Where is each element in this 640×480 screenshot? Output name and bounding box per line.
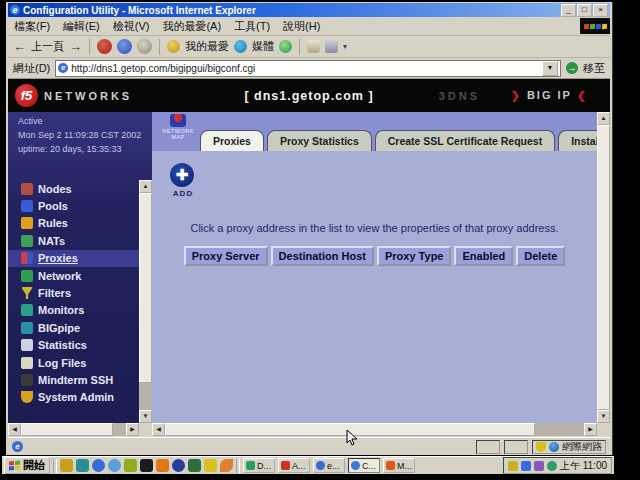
tray-app-icon[interactable]: [534, 461, 544, 471]
favorites-icon[interactable]: [167, 40, 180, 53]
taskbar-divider: [236, 459, 240, 473]
start-label: 開始: [23, 458, 45, 473]
back-button[interactable]: 上一頁: [31, 39, 64, 54]
sidebar-vertical-scrollbar[interactable]: ▲ ▼: [139, 180, 152, 423]
menu-tools[interactable]: 工具(T): [234, 19, 270, 34]
close-button[interactable]: ×: [593, 4, 608, 17]
quicklaunch-icon-11[interactable]: [220, 459, 233, 472]
menu-file[interactable]: 檔案(F): [14, 19, 50, 34]
tab-proxy-statistics[interactable]: Proxy Statistics: [267, 130, 372, 151]
scroll-right-icon[interactable]: ▶: [584, 423, 597, 436]
quicklaunch-icon-5[interactable]: [124, 459, 137, 472]
quicklaunch-icon-7[interactable]: [156, 459, 169, 472]
menu-favorites[interactable]: 我的最愛(A): [162, 19, 221, 34]
add-plus-icon[interactable]: ✚: [170, 163, 194, 187]
mail-icon[interactable]: [307, 40, 320, 53]
sidebar-item-rules[interactable]: Rules: [8, 215, 139, 232]
sidebar-item-statistics[interactable]: Statistics: [8, 337, 139, 354]
status-uptime: uptime: 20 days, 15:35:33: [18, 143, 152, 157]
taskbar-app-4-active[interactable]: C...: [348, 458, 380, 473]
app-icon: [351, 461, 360, 470]
taskbar-app-5[interactable]: M...: [383, 458, 415, 473]
scroll-down-icon[interactable]: ▼: [139, 410, 152, 423]
history-icon[interactable]: [279, 40, 292, 53]
main-horizontal-scrollbar[interactable]: ◀ ▶: [152, 423, 597, 436]
sidebar-item-nodes[interactable]: Nodes: [8, 180, 139, 197]
scroll-right-icon[interactable]: ▶: [126, 423, 139, 436]
quicklaunch-icon-8[interactable]: [172, 459, 185, 472]
tab-create-ssl-certificate-request[interactable]: Create SSL Certificate Request: [375, 130, 555, 151]
taskbar-app-1[interactable]: D...: [243, 458, 275, 473]
col-destination-host[interactable]: Destination Host: [271, 246, 374, 266]
title-bar[interactable]: e Configuration Utility - Microsoft Inte…: [8, 3, 610, 17]
tray-antivirus-icon[interactable]: [547, 461, 557, 471]
col-enabled[interactable]: Enabled: [454, 246, 513, 266]
sidebar-item-filters[interactable]: Filters: [8, 284, 139, 301]
sidebar-item-system-admin[interactable]: System Admin: [8, 389, 139, 406]
scroll-down-icon[interactable]: ▼: [597, 410, 610, 423]
scroll-up-icon[interactable]: ▲: [139, 180, 152, 193]
quicklaunch-icon-9[interactable]: [188, 459, 201, 472]
scroll-up-icon[interactable]: ▲: [597, 112, 610, 125]
scroll-thumb[interactable]: [21, 423, 113, 436]
print-icon[interactable]: [325, 40, 338, 53]
go-button[interactable]: 移至: [583, 61, 605, 76]
address-label: 網址(D): [13, 61, 50, 76]
toolbar-more-chevron-icon[interactable]: ▾: [343, 42, 347, 51]
address-input[interactable]: e http://dns1.getop.com/bigipgui/bigconf…: [55, 60, 561, 77]
taskbar-app-2[interactable]: A...: [278, 458, 310, 473]
add-proxy-control[interactable]: ✚ ADD: [170, 163, 196, 198]
go-icon[interactable]: →: [566, 62, 578, 74]
tab-proxies[interactable]: Proxies: [200, 130, 264, 151]
tray-volume-icon[interactable]: [508, 461, 518, 471]
sidebar-horizontal-scrollbar[interactable]: ◀ ▶: [8, 423, 139, 436]
sidebar-item-monitors[interactable]: Monitors: [8, 302, 139, 319]
sidebar-item-log-files[interactable]: Log Files: [8, 354, 139, 371]
scroll-left-icon[interactable]: ◀: [152, 423, 165, 436]
scroll-thumb[interactable]: [139, 193, 152, 383]
quicklaunch-icon-1[interactable]: [60, 459, 73, 472]
col-delete[interactable]: Delete: [516, 246, 565, 266]
tray-network-icon[interactable]: [521, 461, 531, 471]
sidebar-item-mindterm-ssh[interactable]: Mindterm SSH: [8, 371, 139, 388]
menu-edit[interactable]: 編輯(E): [63, 19, 100, 34]
forward-icon[interactable]: →: [69, 39, 82, 54]
menu-view[interactable]: 檢視(V): [113, 19, 150, 34]
quicklaunch-icon-6[interactable]: [140, 459, 153, 472]
minimize-button[interactable]: _: [561, 4, 576, 17]
tab-install-ssl-certificate[interactable]: Install SSL Certif: [558, 130, 597, 151]
menu-help[interactable]: 說明(H): [283, 19, 320, 34]
taskbar-app-3[interactable]: e...: [313, 458, 345, 473]
sidebar-item-proxies[interactable]: Proxies: [8, 250, 139, 267]
media-icon[interactable]: [234, 40, 247, 53]
quicklaunch-icon-3[interactable]: [92, 459, 105, 472]
main-vertical-scrollbar[interactable]: ▲ ▼: [597, 112, 610, 423]
home-icon[interactable]: [137, 39, 152, 54]
status-page-icon: e: [12, 441, 23, 452]
quicklaunch-icon-10[interactable]: [204, 459, 217, 472]
sidebar-item-pools[interactable]: Pools: [8, 197, 139, 214]
maximize-button[interactable]: □: [577, 4, 592, 17]
sidebar-item-network[interactable]: Network: [8, 267, 139, 284]
nodes-icon: [21, 183, 33, 195]
refresh-icon[interactable]: [117, 39, 132, 54]
media-button[interactable]: 媒體: [252, 39, 274, 54]
col-proxy-server[interactable]: Proxy Server: [184, 246, 268, 266]
bigip-accent: ❯: [511, 89, 522, 101]
scroll-left-icon[interactable]: ◀: [8, 423, 21, 436]
back-icon[interactable]: ←: [13, 39, 26, 54]
start-button[interactable]: 開始: [4, 457, 50, 474]
status-datetime: Mon Sep 2 11:09:28 CST 2002: [18, 129, 152, 143]
stop-icon[interactable]: [97, 39, 112, 54]
col-proxy-type[interactable]: Proxy Type: [377, 246, 452, 266]
nats-icon: [21, 235, 33, 247]
quicklaunch-icon-2[interactable]: [76, 459, 89, 472]
scroll-thumb[interactable]: [597, 125, 610, 410]
address-dropdown-icon[interactable]: ▼: [542, 61, 558, 76]
sidebar-item-nats[interactable]: NATs: [8, 232, 139, 249]
quicklaunch-icon-4[interactable]: [108, 459, 121, 472]
taskbar-clock[interactable]: 上午 11:00: [560, 459, 607, 473]
favorites-button[interactable]: 我的最愛: [185, 39, 229, 54]
sidebar-item-bigpipe[interactable]: BIGpipe: [8, 319, 139, 336]
network-map-button[interactable]: NETWORK MAP: [158, 114, 198, 140]
